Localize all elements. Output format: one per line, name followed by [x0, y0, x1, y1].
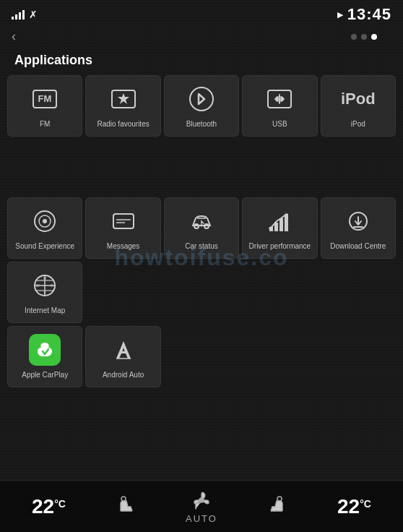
- bluetooth-status-icon: ✗: [29, 9, 38, 20]
- signal-bar-3: [19, 12, 21, 20]
- fm-icon: FM: [29, 83, 61, 115]
- car-status-label: Car status: [185, 241, 218, 251]
- internet-map-label: Internet Map: [25, 306, 65, 315]
- left-seat-icon: [115, 494, 136, 520]
- driver-performance-label: Driver performance: [249, 241, 311, 251]
- app-apple-carplay[interactable]: Apple CarPlay: [7, 326, 82, 387]
- empty-tile-2: [242, 326, 317, 387]
- page-dots: [351, 34, 377, 40]
- download-centre-label: Download Centre: [330, 241, 386, 251]
- status-center: ▶ 13:45: [337, 5, 391, 24]
- svg-text:N: N: [43, 276, 46, 280]
- app-internet-map[interactable]: N S W E Internet Map: [7, 262, 82, 323]
- radio-favourites-label: Radio favourites: [97, 119, 149, 129]
- clock: 13:45: [347, 5, 391, 24]
- driver-performance-icon: [264, 205, 295, 237]
- empty-tile-1: [164, 326, 239, 387]
- app-driver-performance[interactable]: Driver performance: [242, 197, 317, 259]
- app-ipod[interactable]: iPod iPod: [321, 75, 396, 137]
- car-status-icon: [186, 205, 217, 237]
- messages-label: Messages: [107, 241, 140, 251]
- bluetooth-icon: [186, 83, 217, 115]
- status-left: ✗: [12, 9, 38, 20]
- climate-bar: 22 °C AUTO: [0, 480, 403, 532]
- radio-favourites-icon: [108, 83, 139, 115]
- android-auto-icon: [108, 334, 139, 366]
- sound-experience-label: Sound Experience: [15, 241, 74, 251]
- nav-bar: ‹: [0, 26, 403, 50]
- usb-label: USB: [272, 119, 287, 129]
- right-seat-icon: [266, 494, 288, 520]
- app-fm[interactable]: FM FM: [7, 75, 82, 137]
- app-download-centre[interactable]: Download Centre: [321, 197, 396, 259]
- app-usb[interactable]: USB: [242, 75, 317, 137]
- app-sound-experience[interactable]: Sound Experience: [7, 197, 82, 259]
- svg-point-30: [277, 497, 282, 501]
- svg-marker-3: [118, 93, 129, 104]
- signal-bar-2: [15, 14, 17, 20]
- download-centre-icon: [342, 205, 374, 237]
- right-temp: 22 °C: [337, 495, 371, 518]
- dot-2: [361, 34, 367, 40]
- svg-point-4: [190, 87, 213, 111]
- internet-map-icon: N S W E: [29, 270, 61, 301]
- status-bar: ✗ ▶ 13:45: [0, 0, 403, 26]
- signal-bars: [12, 9, 25, 20]
- svg-text:FM: FM: [38, 93, 52, 104]
- svg-rect-10: [113, 214, 134, 228]
- app-messages[interactable]: Messages: [85, 197, 160, 259]
- svg-point-29: [199, 498, 204, 502]
- dot-3: [371, 34, 377, 40]
- back-button[interactable]: ‹: [12, 29, 16, 44]
- apps-row-3: Apple CarPlay Android Auto: [0, 326, 403, 387]
- left-temp: 22 °C: [32, 495, 66, 518]
- signal-bar-4: [22, 10, 25, 20]
- signal-bar-1: [12, 17, 14, 20]
- usb-icon: [264, 83, 295, 115]
- android-auto-label: Android Auto: [103, 370, 144, 379]
- fm-label: FM: [40, 119, 50, 129]
- apps-row-1: FM FM Radio favourites Bluetooth: [0, 75, 403, 137]
- sound-experience-icon: [29, 205, 61, 237]
- apple-carplay-label: Apple CarPlay: [22, 370, 68, 379]
- svg-text:W: W: [36, 283, 40, 288]
- apps-row-2: Sound Experience Messages: [0, 197, 403, 323]
- auto-label: AUTO: [186, 513, 217, 524]
- empty-tile-3: [321, 326, 396, 387]
- ipod-icon: iPod: [342, 83, 374, 115]
- svg-text:S: S: [44, 291, 47, 295]
- section-title: Applications: [0, 50, 403, 75]
- svg-point-28: [121, 497, 126, 501]
- apple-carplay-icon: [29, 334, 61, 366]
- svg-point-9: [43, 219, 47, 223]
- bluetooth-label: Bluetooth: [186, 119, 217, 129]
- svg-rect-15: [280, 218, 283, 231]
- climate-center-controls[interactable]: AUTO: [186, 489, 217, 524]
- svg-rect-16: [285, 214, 288, 231]
- messages-icon: [108, 205, 139, 237]
- app-car-status[interactable]: Car status: [164, 197, 239, 259]
- app-bluetooth[interactable]: Bluetooth: [164, 75, 239, 137]
- play-icon: ▶: [337, 10, 343, 20]
- app-radio-favourites[interactable]: Radio favourites: [85, 75, 160, 137]
- ipod-label: iPod: [351, 119, 365, 129]
- dot-1: [351, 34, 357, 40]
- app-android-auto[interactable]: Android Auto: [85, 326, 160, 387]
